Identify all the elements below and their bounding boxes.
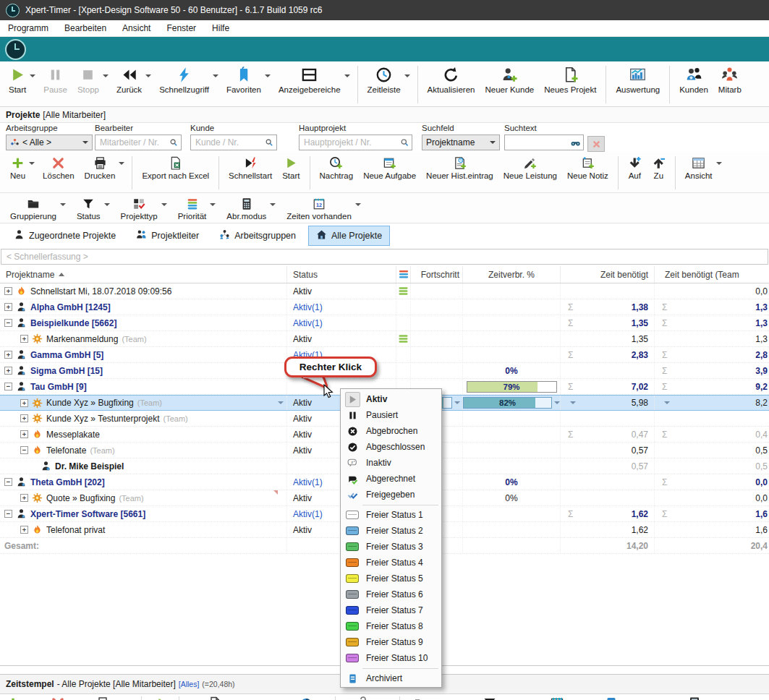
context-menu-item-aktiv[interactable]: Aktiv [341, 391, 441, 407]
dropdown-arrow-icon[interactable] [119, 162, 124, 165]
bottom-toolbar-archive-blue-icon[interactable] [604, 696, 619, 700]
menu-ansicht[interactable]: Ansicht [114, 20, 158, 36]
context-menu-item-abgebrochen[interactable]: Abgebrochen [341, 423, 441, 439]
bottom-toolbar-sigma-icon[interactable]: Σ [263, 696, 277, 700]
toolbar-button-status[interactable]: Status [72, 195, 112, 223]
collapse-icon[interactable]: − [20, 446, 28, 454]
toolbar-button-auf[interactable]: Auf [624, 153, 646, 192]
cell-dropdown-icon[interactable] [278, 401, 284, 404]
expand-icon[interactable]: + [4, 303, 12, 311]
clear-search-button[interactable] [587, 136, 605, 152]
column-header-priority[interactable] [396, 266, 411, 283]
context-menu-item-freier-status-5[interactable]: Freier Status 5 [341, 571, 441, 586]
dropdown-arrow-icon[interactable] [103, 74, 109, 77]
tab-alle-projekte[interactable]: Alle Projekte [308, 226, 390, 246]
context-menu-item-inaktiv[interactable]: zzInaktiv [341, 455, 441, 471]
expand-icon[interactable]: + [4, 367, 12, 375]
bottom-toolbar-play-green-icon[interactable] [156, 696, 170, 700]
toolbar-button-start[interactable]: Start [4, 63, 38, 106]
bottom-toolbar-calculator-icon[interactable] [687, 696, 702, 700]
toolbar-button-gruppierung[interactable]: Gruppierung [6, 195, 68, 223]
toolbar-button-neue-leistung[interactable]: Neue Leistung [499, 153, 561, 192]
expand-icon[interactable]: + [20, 335, 28, 343]
toolbar-button-aktualisieren[interactable]: Aktualisieren [423, 63, 480, 106]
context-menu-item-freigegeben[interactable]: Freigegeben [341, 487, 441, 503]
menu-programm[interactable]: Programm [0, 20, 56, 36]
context-menu-item-freier-status-7[interactable]: Freier Status 7 [341, 602, 441, 618]
bottom-toolbar-doc-icon[interactable] [208, 696, 222, 700]
context-menu-item-freier-status-1[interactable]: Freier Status 1 [341, 507, 441, 523]
context-menu-item-archiviert[interactable]: Archiviert [341, 670, 441, 686]
expand-icon[interactable]: + [20, 414, 28, 422]
bottom-toolbar-printer-icon[interactable] [95, 696, 110, 700]
toolbar-button-mitarb[interactable]: Mitarb [714, 63, 746, 106]
bottom-toolbar-paperclip-icon[interactable] [357, 696, 371, 700]
context-menu-item-freier-status-4[interactable]: Freier Status 4 [341, 555, 441, 571]
bottom-toolbar-xmark-icon[interactable] [51, 696, 65, 700]
cell-dropdown-icon[interactable] [554, 401, 560, 404]
bottom-toolbar-calendar12-icon[interactable]: 12 [550, 696, 564, 700]
table-row-markenanmeldung[interactable]: +Markenanmeldung(Team)Aktiv1,351,3 [0, 331, 769, 347]
tab-projektleiter[interactable]: Projektleiter [128, 226, 207, 246]
menu-bearbeiten[interactable]: Bearbeiten [56, 20, 114, 36]
expand-icon[interactable]: + [20, 494, 28, 502]
column-header-zeit-benoetigt-team[interactable]: Zeit benötigt (Team [655, 266, 769, 283]
toolbar-button-schnellzugriff[interactable]: Schnellzugriff [155, 63, 221, 106]
table-row-schnellstart-mi-18-07-2018-09-09-56[interactable]: +Schnellstart Mi, 18.07.2018 09:09:56Akt… [0, 283, 769, 299]
toolbar-button-neuer-kunde[interactable]: Neuer Kunde [480, 63, 538, 106]
arbeitsgruppe-select[interactable]: < Alle > [6, 135, 93, 150]
toolbar-button-pause[interactable]: Pause [39, 63, 72, 106]
suchfeld-select[interactable]: Projektname [422, 135, 500, 150]
context-menu-item-freier-status-10[interactable]: Freier Status 10 [341, 650, 441, 666]
context-menu-item-freier-status-6[interactable]: Freier Status 6 [341, 586, 441, 602]
dropdown-arrow-icon[interactable] [60, 203, 66, 206]
quick-entry-input[interactable] [1, 249, 768, 265]
toolbar-button-neu[interactable]: Neu [6, 153, 37, 192]
context-menu-item-abgerechnet[interactable]: Abgerechnet [341, 471, 441, 487]
menu-hilfe[interactable]: Hilfe [204, 20, 237, 36]
context-menu-item-freier-status-2[interactable]: Freier Status 2 [341, 523, 441, 539]
toolbar-button-priorit-t[interactable]: Priorität [174, 195, 218, 223]
expand-icon[interactable]: + [20, 399, 28, 407]
toolbar-button-anzeigebereiche[interactable]: Anzeigebereiche [274, 63, 352, 106]
toolbar-button-schnellstart[interactable]: Schnellstart [224, 153, 276, 192]
bottom-toolbar-funnel-icon[interactable] [483, 696, 497, 700]
dropdown-arrow-icon[interactable] [30, 74, 35, 77]
bottom-toolbar-plus-icon[interactable] [6, 696, 20, 700]
toolbar-button-export-nach-excel[interactable]: Export nach Excel [137, 153, 213, 192]
search-icon[interactable] [400, 137, 409, 148]
tab-arbeitsgruppen[interactable]: Arbeitsgruppen [211, 226, 304, 246]
context-menu-item-freier-status-8[interactable]: Freier Status 8 [341, 618, 441, 634]
column-header-fortschritt[interactable]: Fortschritt [411, 266, 463, 283]
table-row-sigma-gmbh-15[interactable]: +iSigma GmbH [15]0%Σ3,9 [0, 363, 769, 379]
search-icon[interactable] [265, 137, 273, 148]
dropdown-arrow-icon[interactable] [145, 74, 151, 77]
column-header-projektname[interactable]: Projektname [0, 266, 287, 283]
toolbar-button-zur-ck[interactable]: Zurück [112, 63, 153, 106]
column-header-zeitverbr[interactable]: Zeitverbr. % [463, 266, 561, 283]
context-menu-item-abgeschlossen[interactable]: Abgeschlossen [341, 439, 441, 455]
context-menu-item-freier-status-9[interactable]: Freier Status 9 [341, 634, 441, 650]
toolbar-button-neues-projekt[interactable]: Neues Projekt [540, 63, 600, 106]
expand-icon[interactable]: + [4, 351, 12, 359]
menu-fenster[interactable]: Fenster [158, 20, 204, 36]
toolbar-button-favoriten[interactable]: Favoriten [222, 63, 273, 106]
hauptprojekt-input[interactable] [302, 137, 400, 148]
bottom-toolbar-pie-icon[interactable] [299, 696, 313, 700]
collapse-icon[interactable]: − [4, 319, 12, 327]
toolbar-button-ansicht[interactable]: Ansicht [681, 153, 724, 192]
bearbeiter-input[interactable] [98, 137, 169, 148]
toolbar-button-neuer-hist-eintrag[interactable]: Neuer Hist.eintrag [422, 153, 498, 192]
bottom-toolbar-folder-icon[interactable] [414, 696, 428, 700]
toolbar-button-nachtrag[interactable]: Nachtrag [315, 153, 358, 192]
column-header-status[interactable]: Status [287, 266, 396, 283]
collapse-icon[interactable]: − [4, 510, 12, 518]
dropdown-arrow-icon[interactable] [210, 203, 216, 206]
cell-dropdown-icon[interactable] [664, 401, 670, 404]
search-icon[interactable] [169, 137, 178, 148]
context-menu-item-pausiert[interactable]: Pausiert [341, 407, 441, 423]
dropdown-arrow-icon[interactable] [404, 74, 410, 77]
collapse-icon[interactable]: − [4, 478, 12, 486]
toolbar-button-kunden[interactable]: Kunden [675, 63, 713, 106]
context-menu-item-freier-status-3[interactable]: Freier Status 3 [341, 539, 441, 555]
